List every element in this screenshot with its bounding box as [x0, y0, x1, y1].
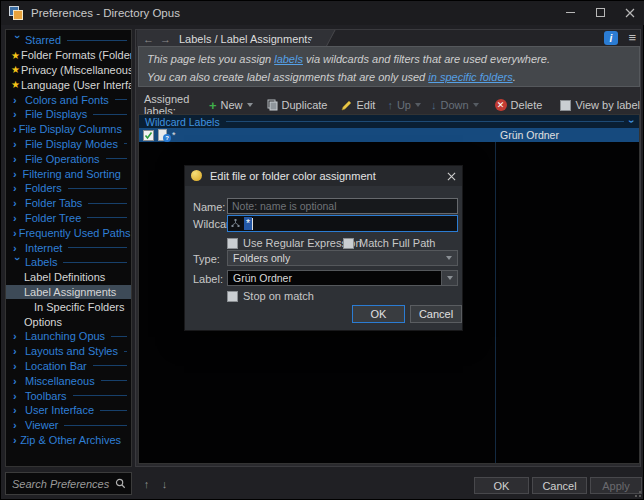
match-full-path-checkbox[interactable]: Match Full Path — [343, 237, 435, 249]
maximize-button[interactable] — [585, 1, 615, 24]
plus-icon: + — [209, 98, 217, 113]
close-icon — [625, 8, 635, 18]
text-cursor — [252, 218, 253, 230]
sidebar-item-location-bar[interactable]: ›Location Bar — [6, 359, 131, 374]
view-by-label-checkbox[interactable]: View by label — [560, 99, 640, 111]
sidebar-item-miscellaneous[interactable]: ›Miscellaneous — [6, 373, 131, 388]
resize-grip[interactable] — [635, 491, 641, 497]
dialog-ok-button[interactable]: OK — [352, 305, 405, 323]
chevron-right-icon: › — [13, 213, 23, 223]
chevron-right-icon: › — [13, 183, 23, 193]
up-button[interactable]: ↑ Up — [387, 99, 421, 111]
wildcard-icon — [231, 219, 240, 228]
down-button[interactable]: ↓ Down — [431, 99, 479, 111]
minimize-button[interactable] — [555, 1, 585, 24]
sidebar-item-label: File Displays — [25, 108, 87, 120]
info-line-2: You can also create label assignments th… — [147, 71, 631, 83]
title-bar[interactable]: Preferences - Directory Opus — [1, 1, 644, 25]
sidebar-item-label: Label Assignments — [24, 286, 116, 298]
chevron-down-icon[interactable]: › — [626, 120, 637, 123]
dialog-title-bar[interactable]: Edit file or folder color assignment — [185, 166, 462, 186]
sidebar-item-internet[interactable]: ›Internet — [6, 240, 131, 255]
search-input[interactable] — [6, 478, 115, 490]
edit-button[interactable]: Edit — [341, 99, 375, 111]
divider-line — [68, 188, 127, 189]
sidebar-item-options[interactable]: Options — [6, 314, 131, 329]
sidebar-item-layouts-and-styles[interactable]: ›Layouts and Styles — [6, 344, 131, 359]
label-dropdown[interactable]: Grün Ordner — [227, 270, 458, 286]
back-icon[interactable]: ← — [143, 33, 154, 45]
menu-icon[interactable]: ≡ — [628, 30, 636, 45]
sidebar-item-label: Colors and Fonts — [25, 94, 109, 106]
row-checkbox-checked[interactable] — [143, 130, 154, 141]
cancel-button[interactable]: Cancel — [532, 477, 587, 494]
sidebar-item-label: Folder Tree — [25, 212, 81, 224]
stop-on-match-checkbox[interactable]: Stop on match — [227, 290, 314, 302]
app-icon — [9, 6, 23, 20]
sidebar-item-frequently-used-paths[interactable]: ›Frequently Used Paths — [6, 225, 131, 240]
sidebar-item-launching-opus[interactable]: ›Launching Opus — [6, 329, 131, 344]
sidebar-item-file-display-modes[interactable]: ›File Display Modes — [6, 137, 131, 152]
sidebar-item-language-user-interface[interactable]: ★Language (User Interface) — [6, 77, 131, 92]
wildcard-labels-group-header[interactable]: Wildcard Labels › — [139, 115, 639, 128]
divider-line — [115, 99, 127, 100]
sidebar-item-labels[interactable]: ›Labels — [6, 255, 131, 270]
sidebar-item-folders[interactable]: ›Folders — [6, 181, 131, 196]
divider-line — [111, 336, 127, 337]
sidebar-item-colors-and-fonts[interactable]: ›Colors and Fonts — [6, 92, 131, 107]
type-dropdown[interactable]: Folders only — [227, 250, 458, 266]
forward-icon[interactable]: → — [160, 33, 171, 45]
sidebar-item-label: Language (User Interface) — [21, 79, 132, 91]
search-prev-button[interactable]: ↑ — [139, 475, 154, 492]
sidebar-item-file-operations[interactable]: ›File Operations — [6, 151, 131, 166]
checkbox-unchecked-icon — [227, 291, 238, 302]
search-next-button[interactable]: ↓ — [157, 475, 172, 492]
in-specific-folders-link[interactable]: in specific folders — [428, 71, 512, 83]
labels-link[interactable]: labels — [274, 53, 303, 65]
sidebar-item-label-definitions[interactable]: Label Definitions — [6, 270, 131, 285]
wildcard-input[interactable]: * — [227, 215, 458, 232]
down-arrow-icon: ↓ — [431, 99, 437, 111]
sidebar-item-folder-tree[interactable]: ›Folder Tree — [6, 211, 131, 226]
ok-button[interactable]: OK — [474, 477, 529, 494]
divider-line — [93, 365, 127, 366]
chevron-down-icon — [415, 103, 421, 107]
info-icon[interactable]: i — [604, 31, 618, 45]
sidebar-item-file-displays[interactable]: ›File Displays — [6, 107, 131, 122]
sidebar-item-toolbars[interactable]: ›Toolbars — [6, 388, 131, 403]
sidebar-item-in-specific-folders[interactable]: In Specific Folders — [6, 299, 131, 314]
chevron-right-icon: › — [13, 405, 23, 415]
delete-button[interactable]: ✕ Delete — [495, 99, 543, 111]
name-input[interactable] — [227, 198, 458, 214]
sidebar-item-user-interface[interactable]: ›User Interface — [6, 403, 131, 418]
label-assignment-row[interactable]: ? * Grün Ordner — [139, 128, 639, 142]
use-regex-checkbox[interactable]: Use Regular Expression — [227, 237, 362, 249]
search-box[interactable] — [5, 472, 132, 495]
info-line-1: This page lets you assign labels via wil… — [147, 53, 631, 65]
divider-line — [63, 262, 127, 263]
sidebar-item-folder-formats-folders[interactable]: ★Folder Formats (Folders) — [6, 48, 131, 63]
sidebar-item-filtering-and-sorting[interactable]: ›Filtering and Sorting — [6, 166, 131, 181]
sidebar-item-label: User Interface — [25, 404, 94, 416]
sidebar-item-label: Privacy (Miscellaneous) — [21, 64, 132, 76]
dialog-cancel-button[interactable]: Cancel — [410, 305, 462, 323]
sidebar-item-label-assignments[interactable]: Label Assignments — [6, 285, 131, 300]
sidebar-item-label: Internet — [25, 242, 62, 254]
file-question-icon: ? — [158, 129, 169, 141]
sidebar-item-privacy-miscellaneous[interactable]: ★Privacy (Miscellaneous) — [6, 63, 131, 78]
new-button[interactable]: + New — [209, 98, 253, 113]
close-icon — [447, 172, 456, 181]
dialog-close-button[interactable] — [440, 167, 462, 185]
close-button[interactable] — [615, 1, 644, 24]
sidebar-item-folder-tabs[interactable]: ›Folder Tabs — [6, 196, 131, 211]
duplicate-button[interactable]: Duplicate — [267, 99, 328, 111]
sidebar-item-file-display-columns[interactable]: ›File Display Columns — [6, 122, 131, 137]
sidebar-item-zip-other-archives[interactable]: ›Zip & Other Archives — [6, 433, 131, 448]
window-title: Preferences - Directory Opus — [31, 7, 180, 19]
chevron-right-icon: › — [13, 169, 21, 179]
divider-line — [93, 114, 127, 115]
sidebar-item-starred[interactable]: ›Starred — [6, 33, 131, 48]
name-label: Name: — [193, 201, 225, 213]
sidebar-item-viewer[interactable]: ›Viewer — [6, 418, 131, 433]
search-icon — [115, 478, 126, 489]
